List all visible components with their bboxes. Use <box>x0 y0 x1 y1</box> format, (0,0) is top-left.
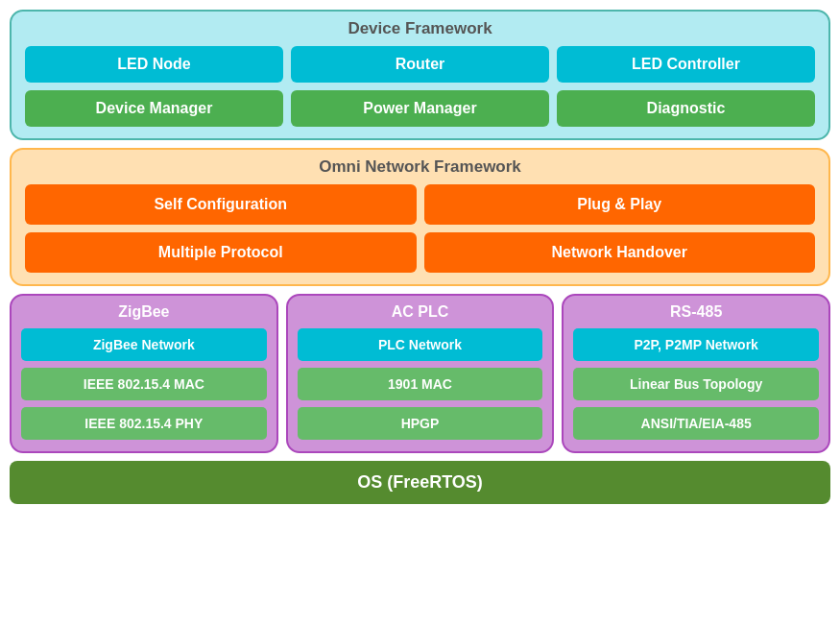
os-bar: OS (FreeRTOS) <box>10 461 830 504</box>
zigbee-title: ZigBee <box>21 303 267 321</box>
rs485-title: RS-485 <box>573 303 819 321</box>
ac-plc-panel: AC PLC PLC Network 1901 MAC HPGP <box>286 294 555 453</box>
self-config-box: Self Configuration <box>25 184 417 225</box>
network-handover-box: Network Handover <box>424 232 816 273</box>
ac-plc-title: AC PLC <box>298 303 543 321</box>
ansi-item: ANSI/TIA/EIA-485 <box>573 407 819 440</box>
power-manager-box: Power Manager <box>291 90 549 127</box>
device-framework-title: Device Framework <box>25 19 815 38</box>
ac-plc-items: PLC Network 1901 MAC HPGP <box>298 328 543 440</box>
diagnostic-box: Diagnostic <box>557 90 815 127</box>
zigbee-items: ZigBee Network IEEE 802.15.4 MAC IEEE 80… <box>21 328 267 440</box>
omni-framework-panel: Omni Network Framework Self Configuratio… <box>10 148 830 286</box>
mac-1901-item: 1901 MAC <box>298 368 543 400</box>
rs485-panel: RS-485 P2P, P2MP Network Linear Bus Topo… <box>562 294 830 453</box>
device-framework-grid: LED Node Router LED Controller Device Ma… <box>25 46 815 127</box>
router-box: Router <box>291 46 549 83</box>
linear-bus-item: Linear Bus Topology <box>573 368 819 400</box>
rs485-items: P2P, P2MP Network Linear Bus Topology AN… <box>573 328 819 440</box>
multi-protocol-box: Multiple Protocol <box>25 232 417 273</box>
ieee-phy-item: IEEE 802.15.4 PHY <box>21 407 267 440</box>
plc-network-item: PLC Network <box>298 328 543 361</box>
led-controller-box: LED Controller <box>557 46 815 83</box>
omni-framework-grid: Self Configuration Plug & Play Multiple … <box>25 184 815 273</box>
zigbee-network-item: ZigBee Network <box>21 328 267 361</box>
p2p-network-item: P2P, P2MP Network <box>573 328 819 361</box>
zigbee-panel: ZigBee ZigBee Network IEEE 802.15.4 MAC … <box>10 294 278 453</box>
hpgp-item: HPGP <box>298 407 543 440</box>
device-framework-panel: Device Framework LED Node Router LED Con… <box>10 10 830 140</box>
plug-play-box: Plug & Play <box>424 184 816 225</box>
led-node-box: LED Node <box>25 46 283 83</box>
ieee-mac-item: IEEE 802.15.4 MAC <box>21 368 267 400</box>
device-manager-box: Device Manager <box>25 90 283 127</box>
bottom-panels: ZigBee ZigBee Network IEEE 802.15.4 MAC … <box>10 294 830 453</box>
omni-framework-title: Omni Network Framework <box>25 157 815 177</box>
